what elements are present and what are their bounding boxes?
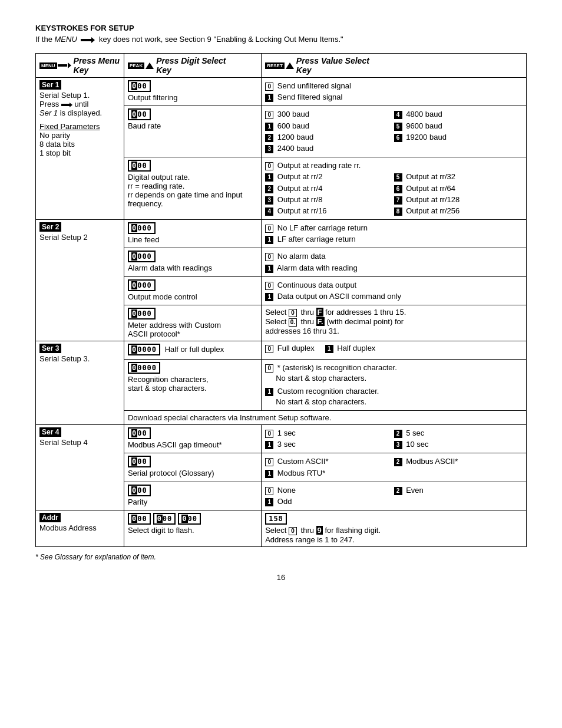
display-000-1: 000 bbox=[128, 80, 151, 92]
digital-output-rate-label: Digital output rate.rr = reading rate.rr… bbox=[128, 173, 242, 208]
page-header: KEYSTROKES FOR SETUP If the MENU key doe… bbox=[35, 24, 527, 44]
ser2-meter-addr-values: Select 0 thru F for addresses 1 thru 15.… bbox=[262, 305, 527, 341]
ser3-desc: Serial Setup 3. bbox=[39, 354, 120, 363]
ser1-row: Ser 1 Serial Setup 1. Press until Ser 1 … bbox=[36, 78, 527, 106]
display-00000-2: 00000 bbox=[128, 362, 160, 374]
section-subtitle: If the MENU key does not work, see Secti… bbox=[35, 35, 527, 44]
ser1-output-rate-digit: 000 Digital output rate.rr = reading rat… bbox=[124, 157, 261, 220]
display-00000-1: 00000 bbox=[128, 344, 160, 355]
ser3-download-cell: Download special characters via Instrume… bbox=[124, 410, 526, 424]
page-wrapper: KEYSTROKES FOR SETUP If the MENU key doe… bbox=[35, 24, 527, 582]
addr-desc: Modbus Address bbox=[39, 523, 120, 532]
col3-header: RESET Press Value SelectKey bbox=[262, 54, 527, 78]
val-0-outline: 0 bbox=[265, 83, 273, 91]
ser1-parity: No parity bbox=[39, 131, 120, 140]
table-header-row: MENU Press MenuKey PEAK Press Digit Sele… bbox=[36, 54, 527, 78]
col3-header-title: Press Value SelectKey bbox=[296, 56, 369, 75]
menu-badge: MENU bbox=[39, 62, 71, 69]
ser2-desc: Serial Setup 2 bbox=[39, 233, 120, 242]
ser1-baud-values: 0 300 baud 1 600 baud 2 1200 baud 3 2400… bbox=[262, 106, 527, 157]
serial-protocol-label: Serial protocol (Glossary) bbox=[128, 469, 214, 477]
menu-arrow-inline bbox=[81, 37, 95, 43]
reset-badge-icon: RESET bbox=[265, 62, 294, 69]
display-000-2: 000 bbox=[128, 108, 151, 120]
ser3-label-cell: Ser 3 Serial Setup 3. bbox=[36, 341, 124, 425]
ser1-label-cell: Ser 1 Serial Setup 1. Press until Ser 1 … bbox=[36, 78, 124, 220]
peak-badge-icon: PEAK bbox=[128, 62, 154, 69]
ser4-row: Ser 4 Serial Setup 4 000 Modbus ASCII ga… bbox=[36, 424, 527, 453]
recognition-label: Recognition characters,start & stop char… bbox=[128, 375, 209, 393]
ser4-protocol-digit: 000 Serial protocol (Glossary) bbox=[124, 453, 261, 482]
display-158: 158 bbox=[265, 513, 287, 525]
display-000-5: 000 bbox=[128, 456, 151, 467]
ser3-badge: Ser 3 bbox=[39, 344, 61, 353]
addr-badge: Addr bbox=[39, 513, 61, 522]
ser4-badge: Ser 4 bbox=[39, 427, 61, 437]
ser3-duplex-digit: 00000 Half or full duplex bbox=[124, 341, 261, 360]
ser2-badge: Ser 2 bbox=[39, 222, 61, 232]
output-filtering-label: Output filtering bbox=[128, 93, 178, 102]
ser2-output-mode-values: 0 Continuous data output 1 Data output o… bbox=[262, 276, 527, 305]
display-000-4: 000 bbox=[128, 427, 151, 439]
col2-header: PEAK Press Digit SelectKey bbox=[124, 54, 261, 78]
addr-label-cell: Addr Modbus Address bbox=[36, 510, 124, 547]
modbus-gap-label: Modbus ASCII gap timeout* bbox=[128, 440, 222, 449]
parity-label: Parity bbox=[128, 498, 147, 506]
line-feed-label: Line feed bbox=[128, 235, 160, 244]
addr-select-desc: Select digit to flash. bbox=[128, 526, 257, 535]
section-title: KEYSTROKES FOR SETUP bbox=[35, 24, 527, 32]
ser3-duplex-row: Ser 3 Serial Setup 3. 00000 Half or full… bbox=[36, 341, 527, 360]
ser2-output-mode-digit: 0000 Output mode control bbox=[124, 276, 261, 305]
ser1-stop-bit: 1 stop bit bbox=[39, 149, 120, 157]
baud-rate-label: Baud rate bbox=[128, 121, 161, 130]
display-addr-3: 000 bbox=[178, 513, 201, 525]
ser4-label-cell: Ser 4 Serial Setup 4 bbox=[36, 424, 124, 510]
display-000-3: 000 bbox=[128, 160, 151, 172]
ser1-output-filter-values: 0 Send unfiltered signal 1 Send filtered… bbox=[262, 78, 527, 106]
ser1-desc3: Ser 1 is displayed. bbox=[39, 108, 120, 117]
ser4-modbus-gap-values: 0 1 sec 1 3 sec 2 5 sec 3 10 sec bbox=[262, 424, 527, 453]
meter-address-label: Meter address with CustomASCII protocol* bbox=[128, 321, 221, 338]
alarm-data-label: Alarm data with readings bbox=[128, 263, 212, 272]
addr-row: Addr Modbus Address 000 000 000 Select d… bbox=[36, 510, 527, 547]
ser2-meter-addr-digit: 0000 Meter address with CustomASCII prot… bbox=[124, 305, 261, 341]
ser2-alarm-digit: 0000 Alarm data with readings bbox=[124, 248, 261, 276]
ser1-baud-digit: 000 Baud rate bbox=[124, 106, 261, 157]
display-0000-4: 0000 bbox=[128, 308, 156, 319]
col1-header: MENU Press MenuKey bbox=[36, 54, 124, 78]
ser4-parity-values: 0 None 1 Odd 2 Even bbox=[262, 482, 527, 510]
ser2-row: Ser 2 Serial Setup 2 0000 Line feed 0 No… bbox=[36, 220, 527, 248]
duplex-label: Half or full duplex bbox=[165, 345, 224, 354]
page-number: 16 bbox=[35, 573, 527, 582]
display-addr-1: 000 bbox=[128, 513, 151, 525]
display-0000-1: 0000 bbox=[128, 222, 156, 234]
display-000-6: 000 bbox=[128, 485, 151, 496]
ser3-duplex-values: 0 Full duplex 1 Half duplex bbox=[262, 341, 527, 360]
ser2-label-cell: Ser 2 Serial Setup 2 bbox=[36, 220, 124, 341]
fixed-params-label: Fixed Parameters bbox=[39, 122, 120, 131]
display-addr-2: 000 bbox=[153, 513, 176, 525]
ser1-output-filter-digit: 000 Output filtering bbox=[124, 78, 261, 106]
ser3-recognition-values: 0 * (asterisk) is recognition character.… bbox=[262, 360, 527, 411]
ser4-parity-digit: 000 Parity bbox=[124, 482, 261, 510]
display-0000-2: 0000 bbox=[128, 251, 156, 262]
addr-value-cell: 158 Select 0 thru 9 for flashing digit. … bbox=[262, 510, 527, 547]
ser1-badge: Ser 1 bbox=[39, 80, 61, 90]
ser1-desc2: Press until bbox=[39, 100, 120, 108]
ser1-data-bits: 8 data bits bbox=[39, 140, 120, 149]
output-mode-label: Output mode control bbox=[128, 292, 197, 301]
ser4-modbus-gap-digit: 000 Modbus ASCII gap timeout* bbox=[124, 424, 261, 453]
menu-text: MENU bbox=[55, 35, 77, 44]
ser2-alarm-values: 0 No alarm data 1 Alarm data with readin… bbox=[262, 248, 527, 276]
ser1-desc1: Serial Setup 1. bbox=[39, 91, 120, 100]
ser4-desc: Serial Setup 4 bbox=[39, 438, 120, 447]
footnote: * See Glossary for explanation of item. bbox=[35, 553, 527, 561]
ser2-linefeed-digit: 0000 Line feed bbox=[124, 220, 261, 248]
col1-header-title: Press MenuKey bbox=[74, 56, 120, 75]
val-1: 1 bbox=[265, 94, 273, 102]
col2-header-title: Press Digit SelectKey bbox=[156, 56, 226, 75]
setup-table: MENU Press MenuKey PEAK Press Digit Sele… bbox=[35, 53, 527, 547]
ser2-linefeed-values: 0 No LF after carriage return 1 LF after… bbox=[262, 220, 527, 248]
ser1-output-rate-values: 0 Output at reading rate rr. 1 Output at… bbox=[262, 157, 527, 220]
display-0000-3: 0000 bbox=[128, 279, 156, 291]
